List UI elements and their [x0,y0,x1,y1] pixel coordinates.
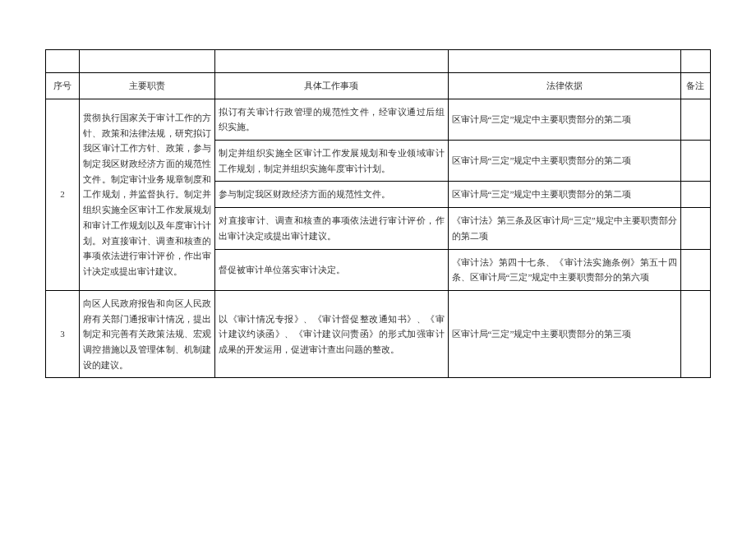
header-seq: 序号 [46,73,80,99]
cell-work: 参与制定我区财政经济方面的规范性文件。 [215,182,448,208]
cell-remark [680,249,710,290]
cell-seq: 3 [46,290,80,377]
cell-work: 制定并组织实施全区审计工作发展规划和专业领域审计工作规划，制定并组织实施年度审计… [215,141,448,182]
cell-seq: 2 [46,99,80,290]
cell-remark [680,99,710,140]
cell-work: 对直接审计、调查和核查的事项依法进行审计评价，作出审计决定或提出审计建议。 [215,208,448,249]
cell-remark [680,290,710,377]
cell-law: 区审计局“三定”规定中主要职责部分的第二项 [448,182,680,208]
header-remark: 备注 [680,73,710,99]
cell-law: 《审计法》第四十七条、《审计法实施条例》第五十四条、区审计局“三定”规定中主要职… [448,249,680,290]
empty-cell [80,50,215,73]
cell-law: 区审计局“三定”规定中主要职责部分的第三项 [448,290,680,377]
table-row: 2 贯彻执行国家关于审计工作的方针、政策和法律法规，研究拟订我区审计工作方针、政… [46,99,711,140]
cell-work: 以《审计情况专报》、《审计督促整改通知书》、《审计建议约谈函》、《审计建议问责函… [215,290,448,377]
cell-remark [680,208,710,249]
cell-remark [680,182,710,208]
header-work: 具体工作事项 [215,73,448,99]
empty-cell [46,50,80,73]
empty-cell [448,50,680,73]
table-row: 3 向区人民政府报告和向区人民政府有关部门通报审计情况，提出制定和完善有关政策法… [46,290,711,377]
table-empty-row [46,50,711,73]
empty-cell [215,50,448,73]
cell-duty: 向区人民政府报告和向区人民政府有关部门通报审计情况，提出制定和完善有关政策法规、… [80,290,215,377]
cell-law: 区审计局“三定”规定中主要职责部分的第二项 [448,141,680,182]
table-header-row: 序号 主要职责 具体工作事项 法律依据 备注 [46,73,711,99]
cell-duty: 贯彻执行国家关于审计工作的方针、政策和法律法规，研究拟订我区审计工作方针、政策，… [80,99,215,290]
responsibility-table: 序号 主要职责 具体工作事项 法律依据 备注 2 贯彻执行国家关于审计工作的方针… [45,49,711,378]
cell-work: 督促被审计单位落实审计决定。 [215,249,448,290]
cell-law: 区审计局“三定”规定中主要职责部分的第二项 [448,99,680,140]
cell-law: 《审计法》第三条及区审计局“三定”规定中主要职责部分的第二项 [448,208,680,249]
empty-cell [680,50,710,73]
header-law: 法律依据 [448,73,680,99]
header-duty: 主要职责 [80,73,215,99]
cell-remark [680,141,710,182]
cell-work: 拟订有关审计行政管理的规范性文件，经审议通过后组织实施。 [215,99,448,140]
